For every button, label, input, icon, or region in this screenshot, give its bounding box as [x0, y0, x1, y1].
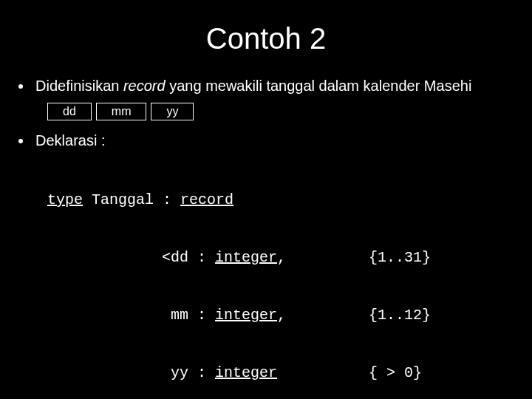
bullet-deklarasi: Deklarasi : type Tanggal : record <dd : … — [33, 131, 495, 399]
comment-yy: { > 0} — [369, 364, 422, 383]
type-int-dd: integer — [215, 249, 277, 266]
field-mm: mm : — [162, 307, 215, 324]
bullet2-text: Deklarasi : — [35, 132, 105, 149]
comment-dd: {1..31} — [369, 248, 431, 267]
field-box-mm: mm — [96, 103, 147, 120]
field-box-dd: dd — [47, 103, 92, 120]
kw-type: type — [47, 191, 83, 208]
code-line-3: mm : integer,{1..12} — [47, 306, 495, 325]
type-int-yy: integer — [215, 364, 277, 381]
field-yy: yy : — [162, 364, 215, 381]
slide-body: Didefinisikan record yang mewakili tangg… — [33, 76, 495, 399]
code-line-2: <dd : integer,{1..31} — [47, 248, 495, 267]
comma-dd: , — [277, 249, 286, 266]
field-dd: <dd : — [162, 249, 215, 266]
field-box-yy: yy — [151, 103, 194, 120]
slide: Contoh 2 Didefinisikan record yang mewak… — [0, 0, 532, 399]
comma-mm: , — [277, 307, 286, 324]
field-boxes: ddmmyy — [47, 100, 495, 120]
bullet1-post: yang mewakili tanggal dalam kalender Mas… — [166, 78, 472, 94]
bullet-definition: Didefinisikan record yang mewakili tangg… — [33, 76, 495, 120]
code-line-4: yy : integer{ > 0} — [47, 364, 495, 383]
comment-mm: {1..12} — [369, 306, 431, 325]
bullet1-record-word: record — [123, 78, 166, 94]
type-int-mm: integer — [215, 307, 277, 324]
kw-record: record — [180, 191, 233, 208]
slide-title: Contoh 2 — [37, 22, 495, 55]
code-name: Tanggal : — [83, 191, 180, 208]
code-line-1: type Tanggal : record — [47, 191, 495, 210]
code-block: type Tanggal : record <dd : integer,{1..… — [47, 152, 495, 399]
bullet1-pre: Didefinisikan — [35, 78, 123, 94]
